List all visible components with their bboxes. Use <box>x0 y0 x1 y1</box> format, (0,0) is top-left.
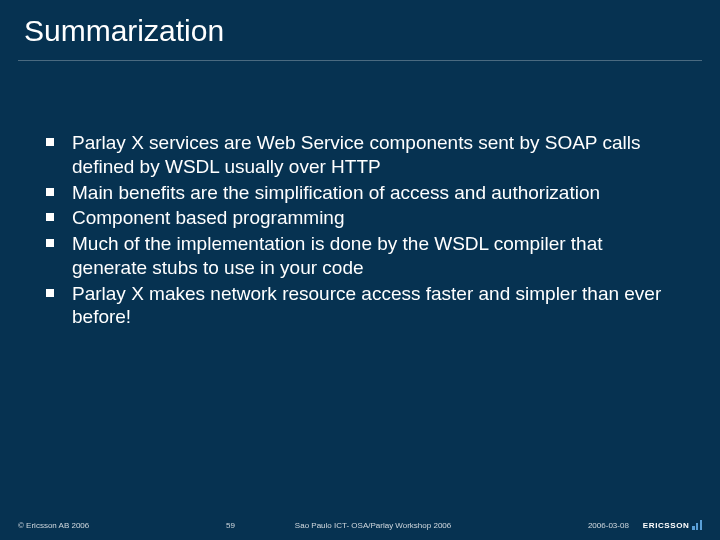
footer-copyright: © Ericsson AB 2006 <box>18 521 89 530</box>
logo-wordmark: ERICSSON <box>643 521 690 530</box>
footer: © Ericsson AB 2006 59 Sao Paulo ICT- OSA… <box>0 520 720 530</box>
bullet-item: Parlay X services are Web Service compon… <box>44 131 680 179</box>
footer-date: 2006-03-08 <box>588 521 629 530</box>
bullet-item: Main benefits are the simplification of … <box>44 181 680 205</box>
bullet-item: Much of the implementation is done by th… <box>44 232 680 280</box>
ericsson-logo: ERICSSON <box>643 520 702 530</box>
bullet-item: Component based programming <box>44 206 680 230</box>
slide-title: Summarization <box>24 14 700 48</box>
bullet-list: Parlay X services are Web Service compon… <box>44 131 680 329</box>
title-area: Summarization <box>0 0 720 56</box>
content-area: Parlay X services are Web Service compon… <box>0 61 720 329</box>
footer-event: Sao Paulo ICT- OSA/Parlay Workshop 2006 <box>295 521 451 530</box>
footer-page-number: 59 <box>226 521 235 530</box>
bullet-item: Parlay X makes network resource access f… <box>44 282 680 330</box>
logo-bars-icon <box>692 520 702 530</box>
